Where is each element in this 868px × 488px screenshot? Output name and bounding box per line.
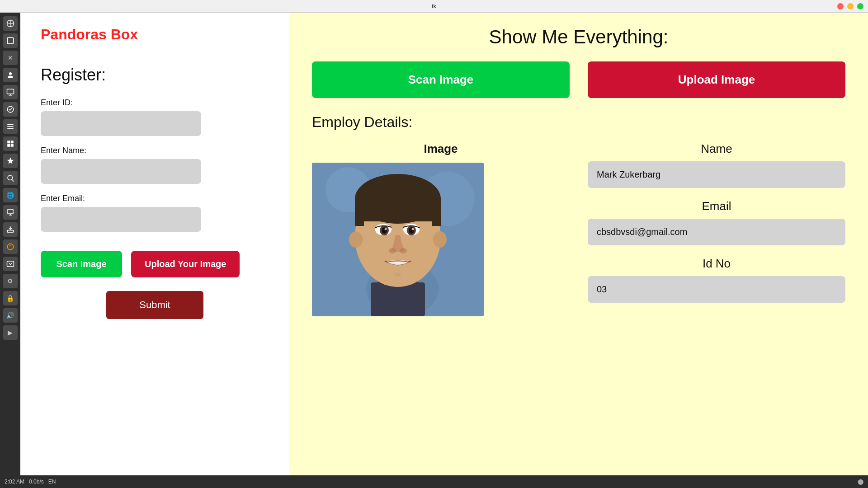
register-title: Register:	[41, 66, 269, 84]
status-time: 2:02 AM	[5, 479, 24, 485]
svg-rect-5	[7, 141, 10, 143]
svg-point-34	[412, 228, 414, 230]
id-field-group: Id No 03	[588, 257, 845, 303]
taskbar: ✕ 🌐	[0, 13, 20, 488]
svg-rect-19	[371, 282, 425, 316]
image-header: Image	[312, 142, 570, 156]
submit-row: Submit	[41, 291, 269, 319]
svg-point-26	[433, 231, 447, 248]
main-container: Pandoras Box Register: Enter ID: Enter N…	[20, 13, 868, 488]
status-lang: EN	[48, 479, 56, 485]
person-image	[312, 163, 484, 316]
taskbar-icon-19[interactable]: ▶	[3, 325, 18, 340]
taskbar-icon-13[interactable]	[3, 222, 18, 237]
svg-point-35	[389, 248, 396, 253]
svg-point-4	[7, 106, 14, 113]
svg-point-12	[7, 244, 14, 250]
email-field-header: Email	[588, 199, 845, 213]
app-title: Pandoras Box	[41, 26, 269, 43]
name-field-group: Name Mark Zukerbarg	[588, 142, 845, 188]
status-icon: ⬤	[858, 479, 863, 485]
employ-details-title: Employ Details:	[312, 114, 845, 131]
info-section: Name Mark Zukerbarg Email cbsdbvsdi@gmai…	[588, 142, 845, 314]
svg-point-2	[9, 72, 12, 75]
taskbar-icon-5[interactable]	[3, 85, 18, 99]
email-input[interactable]	[41, 207, 201, 232]
image-section: Image	[312, 142, 570, 316]
id-input[interactable]	[41, 111, 201, 136]
taskbar-icon-1[interactable]	[3, 16, 18, 31]
status-network: 0.0b/s	[29, 479, 44, 485]
svg-point-30	[385, 228, 387, 230]
taskbar-icon-11[interactable]: 🌐	[3, 188, 18, 202]
right-title: Show Me Everything:	[312, 26, 845, 48]
upload-image-button-left[interactable]: Upload Your Image	[131, 251, 240, 277]
name-label: Enter Name:	[41, 146, 269, 155]
svg-rect-1	[7, 38, 14, 44]
svg-point-25	[349, 231, 363, 248]
titlebar: tk	[0, 0, 868, 13]
taskbar-icon-18[interactable]: 🔊	[3, 308, 18, 323]
action-buttons-right: Scan Image Upload Image	[312, 61, 845, 98]
statusbar: 2:02 AM 0.0b/s EN ⬤	[0, 475, 868, 488]
titlebar-title: tk	[432, 3, 436, 9]
svg-rect-6	[10, 141, 13, 143]
submit-button[interactable]: Submit	[106, 291, 203, 319]
svg-rect-13	[7, 261, 14, 267]
svg-rect-11	[7, 230, 14, 233]
name-field-value: Mark Zukerbarg	[588, 161, 845, 188]
id-form-group: Enter ID:	[41, 98, 269, 136]
maximize-icon[interactable]	[857, 3, 863, 9]
name-field-header: Name	[588, 142, 845, 156]
taskbar-icon-8[interactable]	[3, 136, 18, 151]
minimize-icon[interactable]	[847, 3, 854, 9]
name-form-group: Enter Name:	[41, 146, 269, 184]
scan-image-button-left[interactable]: Scan Image	[41, 251, 122, 277]
id-field-header: Id No	[588, 257, 845, 271]
name-input[interactable]	[41, 159, 201, 184]
taskbar-icon-15[interactable]	[3, 257, 18, 271]
id-label: Enter ID:	[41, 98, 269, 108]
svg-rect-7	[7, 144, 10, 147]
titlebar-controls[interactable]	[837, 3, 863, 9]
upload-image-button-right[interactable]: Upload Image	[588, 61, 845, 98]
email-form-group: Enter Email:	[41, 194, 269, 232]
taskbar-icon-9[interactable]	[3, 154, 18, 168]
taskbar-icon-12[interactable]	[3, 205, 18, 220]
taskbar-icon-2[interactable]	[3, 33, 18, 48]
email-field-value: cbsdbvsdi@gmail.com	[588, 219, 845, 245]
svg-rect-3	[7, 89, 14, 94]
svg-line-10	[12, 179, 14, 182]
taskbar-icon-7[interactable]	[3, 119, 18, 134]
scan-image-button-right[interactable]: Scan Image	[312, 61, 570, 98]
svg-point-36	[400, 248, 407, 253]
taskbar-icon-10[interactable]	[3, 171, 18, 185]
taskbar-icon-14[interactable]	[3, 239, 18, 254]
svg-point-37	[394, 273, 401, 277]
taskbar-icon-17[interactable]: 🔒	[3, 291, 18, 305]
face-image-svg	[312, 163, 484, 316]
email-field-group: Email cbsdbvsdi@gmail.com	[588, 199, 845, 245]
taskbar-icon-16[interactable]: ⚙	[3, 274, 18, 288]
close-icon[interactable]	[837, 3, 844, 9]
left-panel: Pandoras Box Register: Enter ID: Enter N…	[20, 13, 289, 488]
svg-point-9	[8, 175, 13, 180]
action-buttons-left: Scan Image Upload Your Image	[41, 251, 269, 277]
right-panel: Show Me Everything: Scan Image Upload Im…	[289, 13, 868, 488]
details-grid: Image	[312, 142, 845, 316]
svg-rect-8	[10, 144, 13, 147]
taskbar-icon-3[interactable]: ✕	[3, 51, 18, 65]
id-field-value: 03	[588, 276, 845, 303]
taskbar-icon-4[interactable]	[3, 68, 18, 82]
email-label: Enter Email:	[41, 194, 269, 203]
taskbar-icon-6[interactable]	[3, 102, 18, 117]
